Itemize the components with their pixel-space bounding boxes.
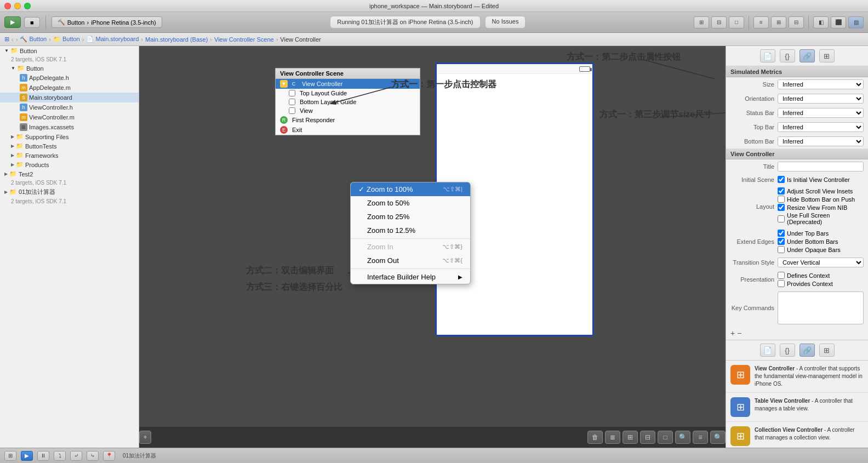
maximize-button[interactable] xyxy=(24,3,31,9)
hide-bottom-bar-checkbox[interactable] xyxy=(778,196,785,203)
sb-align-btn[interactable]: ≣ xyxy=(605,431,620,444)
svg-line-1 xyxy=(643,60,715,79)
under-top-bars-checkbox[interactable] xyxy=(778,230,785,237)
vc-scene-item-exit[interactable]: E Exit xyxy=(276,125,420,135)
bottom-step-over-btn[interactable]: ⤵ xyxy=(54,451,66,461)
right-panel-toggle[interactable]: ▨ xyxy=(848,16,864,28)
sidebar-item-viewcontroller-m[interactable]: m ViewController.m xyxy=(0,112,139,122)
bottom-navigator-btn[interactable]: ⊞ xyxy=(4,451,16,461)
full-screen-label: Use Full Screen (Deprecated) xyxy=(787,212,864,225)
defines-context-checkbox[interactable] xyxy=(778,272,785,279)
ol-object-icon[interactable]: 🔗 xyxy=(800,344,815,357)
bottom-run-btn[interactable]: ▶ xyxy=(21,451,33,461)
bc-mainstoryboard-base[interactable]: Main.storyboard (Base) xyxy=(145,36,208,43)
adjust-scroll-checkbox[interactable] xyxy=(778,187,785,195)
utility-toggle[interactable]: □ xyxy=(729,16,744,28)
full-screen-checkbox[interactable] xyxy=(778,215,785,222)
sb-pin-btn[interactable]: ⊞ xyxy=(623,431,638,444)
sidebar-item-viewcontroller-h[interactable]: h ViewController.h xyxy=(0,102,139,112)
vc-scene-item-vc[interactable]: ▼ C View Controller xyxy=(276,79,420,89)
canvas-area[interactable]: View Controller Scene ▼ C View Controlle… xyxy=(139,46,726,448)
bottom-bar-select[interactable]: Inferred xyxy=(778,136,864,146)
sidebar-item-appdelegate-h[interactable]: h AppDelegate.h xyxy=(0,73,139,83)
remove-key-command-btn[interactable]: − xyxy=(737,329,741,338)
size-select[interactable]: Inferred xyxy=(778,79,864,89)
sb-trash-btn[interactable]: 🗑 xyxy=(587,431,603,444)
bc-mainstoryboard[interactable]: 📄 Main.storyboard xyxy=(86,36,139,43)
sidebar-item-frameworks[interactable]: ▶ 📁 Frameworks xyxy=(0,151,139,160)
bc-button-2[interactable]: 📁 Button xyxy=(53,36,80,43)
vc-scene-item-view[interactable]: View xyxy=(276,106,420,115)
scheme-selector[interactable]: 🔨 Button › iPhone Retina (3.5-inch) xyxy=(52,16,162,28)
under-bottom-bars-checkbox[interactable] xyxy=(778,238,785,245)
close-button[interactable] xyxy=(4,3,11,9)
sidebar-item-button-group[interactable]: ▼ 📁 Button xyxy=(0,64,139,73)
ol-media-icon[interactable]: ⊞ xyxy=(819,344,835,357)
add-key-command-btn[interactable]: + xyxy=(730,329,735,338)
sidebar-item-calculator[interactable]: ▶ 📁 01加法计算器 xyxy=(0,187,139,197)
editor-standard[interactable]: ≡ xyxy=(753,16,769,28)
cm-zoom-100[interactable]: ✓ Zoom to 100% ⌥⇧⌘| xyxy=(351,182,470,196)
sidebar-item-test2[interactable]: ▶ 📁 Test2 xyxy=(0,169,139,179)
stop-button[interactable]: ■ xyxy=(24,17,40,28)
panel-icon-file[interactable]: 📄 xyxy=(760,49,775,62)
sidebar-item-appdelegate-m[interactable]: m AppDelegate.m xyxy=(0,83,139,93)
navigator-toggle[interactable]: ⊞ xyxy=(694,16,709,28)
initial-scene-checkbox[interactable] xyxy=(778,176,785,183)
provides-context-checkbox[interactable] xyxy=(778,280,785,287)
bottom-step-into-btn[interactable]: ⤶ xyxy=(70,451,82,461)
under-opaque-bars-checkbox[interactable] xyxy=(778,246,785,253)
transition-select[interactable]: Cover Vertical xyxy=(778,258,864,267)
vc-scene-item-top[interactable]: Top Layout Guide xyxy=(276,89,420,98)
bottom-location-btn[interactable]: 📍 xyxy=(103,451,115,461)
sidebar-item-images[interactable]: ⊞ Images.xcassets xyxy=(0,122,139,132)
view-checkbox[interactable] xyxy=(289,107,295,114)
top-layout-checkbox[interactable] xyxy=(289,90,295,96)
sidebar-item-supporting[interactable]: ▶ 📁 Supporting Files xyxy=(0,132,139,141)
sb-zoom-btn[interactable]: 🔍 xyxy=(675,431,690,444)
key-commands-area[interactable] xyxy=(778,291,864,324)
vc-scene-item-responder[interactable]: R First Responder xyxy=(276,115,420,125)
cm-zoom-out[interactable]: Zoom Out ⌥⇧⌘{ xyxy=(351,254,470,267)
cm-zoom-25[interactable]: Zoom to 25% xyxy=(351,210,470,224)
bc-vc[interactable]: View Controller xyxy=(280,36,321,43)
title-input[interactable] xyxy=(778,162,864,172)
resize-view-checkbox[interactable] xyxy=(778,204,785,211)
sb-resolve-btn[interactable]: ⊟ xyxy=(640,431,655,444)
breadcrumb-item-1[interactable]: ⊞ xyxy=(4,36,9,43)
editor-assistant[interactable]: ⊞ xyxy=(771,16,786,28)
sidebar-item-products[interactable]: ▶ 📁 Products xyxy=(0,160,139,169)
status-bar-select[interactable]: Inferred xyxy=(778,108,864,118)
bc-vc-scene[interactable]: View Controller Scene xyxy=(214,36,274,43)
bc-button[interactable]: 🔨 Button xyxy=(20,36,47,43)
editor-version[interactable]: ⊟ xyxy=(789,16,804,28)
vc-scene-item-bottom[interactable]: Bottom Layout Guide xyxy=(276,98,420,106)
top-bar-select[interactable]: Inferred xyxy=(778,122,864,132)
bottom-pause-btn[interactable]: ⏸ xyxy=(37,451,49,461)
panel-icon-quick[interactable]: {} xyxy=(780,49,795,62)
bottom-panel-toggle[interactable]: ⬛ xyxy=(831,16,846,28)
cm-zoom-125[interactable]: Zoom to 12.5% xyxy=(351,224,470,237)
sidebar-item-main-storyboard[interactable]: S Main.storyboard xyxy=(0,93,139,102)
sidebar-item-buttontests[interactable]: ▶ 📁 ButtonTests xyxy=(0,141,139,151)
panel-icon-attributes[interactable]: ⊞ xyxy=(819,49,835,62)
sidebar-item-button[interactable]: ▼ 📁 Button xyxy=(0,46,139,55)
panel-icon-identity[interactable]: 🔗 xyxy=(800,49,815,62)
run-button[interactable]: ▶ xyxy=(4,16,21,28)
bottom-layout-checkbox[interactable] xyxy=(289,99,295,105)
ol-file-icon[interactable]: 📄 xyxy=(760,344,775,357)
window-controls[interactable] xyxy=(4,3,31,9)
sb-search-btn[interactable]: 🔍 xyxy=(710,431,726,444)
bottom-step-out-btn[interactable]: ⤷ xyxy=(87,451,99,461)
sb-plus-btn[interactable]: + xyxy=(139,431,151,444)
cm-ib-help[interactable]: Interface Builder Help ▶ xyxy=(351,270,470,284)
sb-layout-btn[interactable]: ≡ xyxy=(693,431,708,444)
orientation-select[interactable]: Inferred xyxy=(778,94,864,104)
left-panel-toggle[interactable]: ◧ xyxy=(813,16,829,28)
ol-code-icon[interactable]: {} xyxy=(780,344,795,357)
is-initial-label: Is Initial View Controller xyxy=(787,176,850,183)
cm-zoom-50[interactable]: Zoom to 50% xyxy=(351,196,470,210)
sb-embed-btn[interactable]: □ xyxy=(658,431,673,444)
minimize-button[interactable] xyxy=(14,3,21,9)
debug-toggle[interactable]: ⊟ xyxy=(711,16,727,28)
